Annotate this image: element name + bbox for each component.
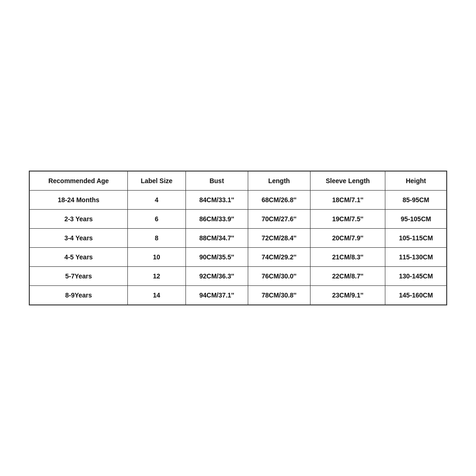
cell-length: 74CM/29.2'' [248,248,310,267]
header-height: Height [385,171,447,191]
cell-bust: 84CM/33.1'' [185,191,248,210]
cell-bust: 86CM/33.9'' [185,210,248,229]
header-recommended-age: Recommended Age [29,171,128,191]
table-row: 8-9Years1494CM/37.1''78CM/30.8''23CM/9.1… [29,286,447,305]
header-bust: Bust [185,171,248,191]
table-row: 3-4 Years888CM/34.7''72CM/28.4''20CM/7.9… [29,229,447,248]
cell-sleeve-length: 21CM/8.3'' [310,248,385,267]
cell-sleeve-length: 20CM/7.9'' [310,229,385,248]
cell-height: 130-145CM [385,267,447,286]
cell-age: 4-5 Years [29,248,128,267]
cell-length: 70CM/27.6'' [248,210,310,229]
table-header-row: Recommended Age Label Size Bust Length S… [29,171,447,191]
header-sleeve-length: Sleeve Length [310,171,385,191]
cell-sleeve-length: 23CM/9.1'' [310,286,385,305]
cell-label-size: 14 [128,286,186,305]
cell-age: 3-4 Years [29,229,128,248]
cell-age: 5-7Years [29,267,128,286]
cell-age: 8-9Years [29,286,128,305]
cell-bust: 94CM/37.1'' [185,286,248,305]
cell-label-size: 4 [128,191,186,210]
header-length: Length [248,171,310,191]
table-row: 5-7Years1292CM/36.3''76CM/30.0''22CM/8.7… [29,267,447,286]
cell-label-size: 6 [128,210,186,229]
cell-height: 95-105CM [385,210,447,229]
cell-length: 78CM/30.8'' [248,286,310,305]
cell-bust: 88CM/34.7'' [185,229,248,248]
cell-label-size: 10 [128,248,186,267]
cell-bust: 90CM/35.5'' [185,248,248,267]
cell-length: 76CM/30.0'' [248,267,310,286]
header-label-size: Label Size [128,171,186,191]
cell-sleeve-length: 19CM/7.5'' [310,210,385,229]
cell-age: 18-24 Months [29,191,128,210]
table-row: 18-24 Months484CM/33.1''68CM/26.8''18CM/… [29,191,447,210]
cell-height: 145-160CM [385,286,447,305]
cell-sleeve-length: 22CM/8.7'' [310,267,385,286]
cell-sleeve-length: 18CM/7.1'' [310,191,385,210]
cell-label-size: 12 [128,267,186,286]
cell-height: 115-130CM [385,248,447,267]
cell-height: 85-95CM [385,191,447,210]
table-row: 2-3 Years686CM/33.9''70CM/27.6''19CM/7.5… [29,210,447,229]
cell-height: 105-115CM [385,229,447,248]
cell-bust: 92CM/36.3'' [185,267,248,286]
table-row: 4-5 Years1090CM/35.5''74CM/29.2''21CM/8.… [29,248,447,267]
cell-label-size: 8 [128,229,186,248]
cell-length: 72CM/28.4'' [248,229,310,248]
cell-age: 2-3 Years [29,210,128,229]
size-chart-table: Recommended Age Label Size Bust Length S… [29,171,447,305]
size-chart-container: Recommended Age Label Size Bust Length S… [29,171,447,305]
cell-length: 68CM/26.8'' [248,191,310,210]
